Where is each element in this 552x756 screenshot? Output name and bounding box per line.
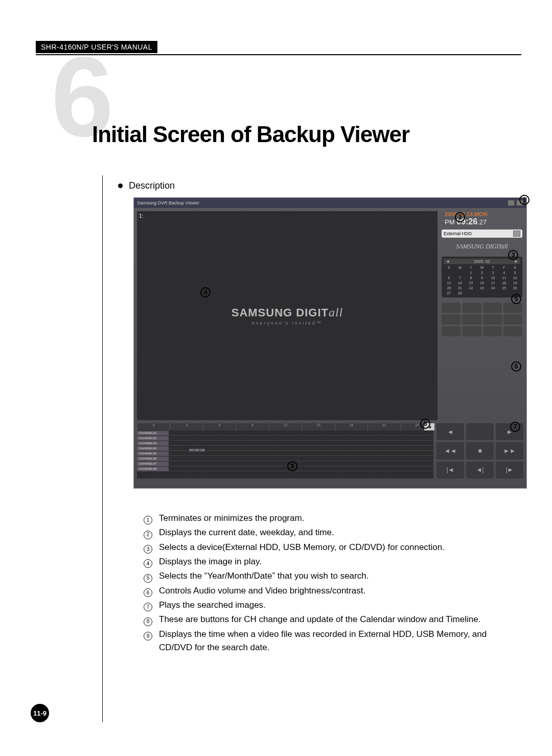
- play-blank: [466, 423, 494, 440]
- channel-row[interactable]: CHANNEL03: [137, 441, 433, 446]
- volume-icon[interactable]: [442, 303, 461, 313]
- av-controls: [442, 303, 522, 336]
- current-time: PM 09:26.27: [442, 217, 522, 226]
- list-item: 8These are buttons for CH change and upd…: [144, 613, 521, 626]
- channel-row[interactable]: CHANNEL06: [137, 456, 433, 461]
- callout-1: 1: [519, 195, 530, 205]
- window-titlebar: Samsung DVR Backup Viewer: [134, 198, 526, 208]
- bullet-icon: [118, 184, 123, 188]
- channel-row[interactable]: CHANNEL07: [137, 461, 433, 466]
- callout-2: 2: [455, 212, 465, 222]
- page-number: 11-9: [31, 704, 49, 722]
- list-item: 9Displays the time when a video file was…: [144, 628, 521, 655]
- side-brand: SAMSUNG DIGITall: [442, 243, 522, 250]
- contrast-icon[interactable]: [442, 326, 461, 336]
- rewind-button[interactable]: ◄◄: [436, 442, 464, 459]
- step-back-button[interactable]: ◄|: [466, 462, 494, 478]
- volume-level: [483, 303, 502, 313]
- channel-row[interactable]: CHANNEL08: [137, 466, 433, 471]
- timeline-ruler: 0 3 6 9 12 15 18 21 24: [137, 423, 433, 430]
- fastforward-button[interactable]: ►►: [496, 442, 523, 459]
- list-item: 7Plays the searched images.: [144, 599, 521, 612]
- playback-controls: ◄ ► ◄◄ ■ ►► |◄ ◄| |►: [436, 423, 523, 478]
- chapter-heading: 6 Initial Screen of Backup Viewer: [51, 78, 521, 104]
- app-body: 1: SAMSUNG DIGITall everyone's invited™ …: [134, 208, 526, 420]
- callout-7: 7: [510, 422, 520, 432]
- device-label: External HDD: [444, 231, 472, 236]
- callout-4: 4: [200, 287, 211, 297]
- bottom-panel: 0 3 6 9 12 15 18 21 24 ➔ CHANNEL01 CHANN…: [134, 420, 526, 482]
- skip-start-button[interactable]: |◄: [436, 462, 464, 478]
- section-heading: Description: [118, 180, 521, 191]
- video-logo: SAMSUNG DIGITall: [232, 306, 343, 319]
- video-tagline: everyone's invited™: [252, 320, 323, 326]
- window-title: Samsung DVR Backup Viewer: [137, 200, 199, 205]
- list-item: 1Terminates or minimizes the program.: [144, 512, 521, 525]
- volume-mute[interactable]: [503, 303, 522, 313]
- volume-dial[interactable]: [462, 303, 481, 313]
- step-fwd-button[interactable]: |►: [496, 462, 523, 478]
- list-item: 5Selects the “Year/Month/Date” that you …: [144, 569, 521, 583]
- contrast-level: [483, 326, 502, 336]
- channel-rows: CHANNEL01 CHANNEL02 CHANNEL03 CHANNEL04 …: [137, 430, 433, 471]
- stop-button[interactable]: ■: [466, 442, 494, 459]
- channel-row[interactable]: CHANNEL02: [137, 436, 433, 441]
- play-back-button[interactable]: ◄: [436, 423, 464, 440]
- app-screenshot: Samsung DVR Backup Viewer 1: SAMSUNG DIG…: [133, 197, 527, 489]
- callout-8: 8: [420, 419, 430, 429]
- calendar-grid: S M T W T F S 12345 6789101112 131415161…: [444, 265, 520, 295]
- device-selector[interactable]: External HDD: [442, 230, 522, 238]
- channel-row[interactable]: CHANNEL01: [137, 430, 433, 436]
- content-column: Description Samsung DVR Backup Viewer 1:…: [102, 175, 521, 722]
- calendar-header: ◄ 2005. 02 ►: [444, 259, 520, 264]
- list-item: 4Displays the image in play.: [144, 555, 521, 568]
- brightness-level: [483, 314, 502, 325]
- timecode: 00:00:00: [188, 448, 206, 452]
- chapter-title: Initial Screen of Backup Viewer: [92, 122, 552, 147]
- channel-row[interactable]: CHANNEL04: [137, 446, 433, 451]
- contrast-dial[interactable]: [462, 326, 481, 336]
- manual-page: SHR-4160N/P USER'S MANUAL 6 Initial Scre…: [0, 0, 552, 743]
- callout-6: 6: [511, 361, 521, 372]
- current-date: 2005.02.14.MON: [442, 211, 522, 217]
- video-area: 1: SAMSUNG DIGITall everyone's invited™: [137, 211, 438, 420]
- callout-5: 5: [511, 294, 521, 304]
- list-item: 2Displays the current date, weekday, and…: [144, 526, 521, 539]
- callout-9: 9: [287, 461, 297, 471]
- brightness-icon[interactable]: [442, 314, 461, 325]
- contrast-reset[interactable]: [503, 326, 522, 336]
- side-panel: 2005.02.14.MON PM 09:26.27 External HDD …: [440, 208, 526, 420]
- cal-month: 2005. 02: [474, 259, 490, 264]
- calendar[interactable]: ◄ 2005. 02 ► S M T W T F S 12345: [442, 257, 522, 297]
- brightness-dial[interactable]: [462, 314, 481, 325]
- brightness-reset[interactable]: [503, 314, 522, 325]
- chevron-down-icon[interactable]: [513, 231, 520, 237]
- callout-3: 3: [508, 250, 518, 260]
- description-list: 1Terminates or minimizes the program. 2D…: [144, 512, 521, 654]
- minimize-button[interactable]: [508, 200, 515, 206]
- list-item: 6Controls Audio volume and Video brightn…: [144, 584, 521, 598]
- cal-prev-icon[interactable]: ◄: [446, 259, 450, 264]
- timeline-panel: 0 3 6 9 12 15 18 21 24 ➔ CHANNEL01 CHANN…: [137, 423, 433, 478]
- channel-indicator: 1:: [139, 213, 143, 219]
- list-item: 3Selects a device(External HDD, USB Memo…: [144, 541, 521, 554]
- channel-row[interactable]: CHANNEL05: [137, 451, 433, 456]
- section-label: Description: [129, 180, 175, 191]
